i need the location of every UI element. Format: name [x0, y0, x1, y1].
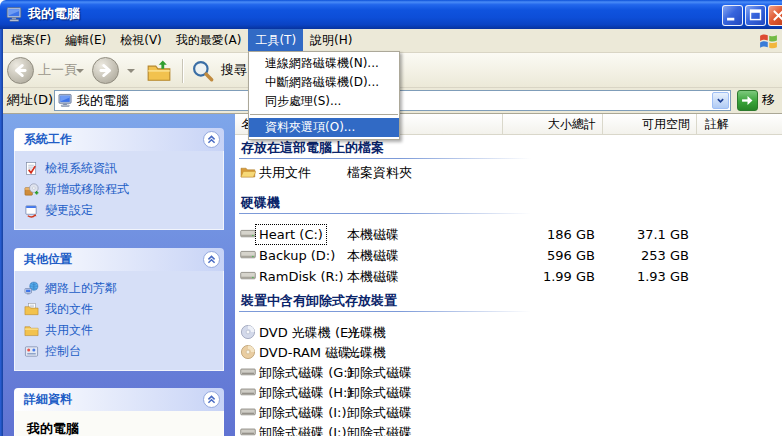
menu-bar: 檔案(F) 編輯(E) 檢視(V) 我的最愛(A) 工具(T) 說明(H) [0, 29, 782, 52]
sidebar-item-label: 網路上的芳鄰 [45, 280, 117, 297]
collapse-button[interactable] [203, 251, 220, 268]
row-type: 卸除式磁碟 [347, 403, 412, 422]
folder-icon [240, 164, 256, 180]
panel-details: 詳細資料 我的電腦 系統資料夾 [14, 388, 224, 436]
column-header-comments[interactable]: 註解 [697, 114, 782, 134]
panel-title: 系統工作 [14, 128, 224, 151]
row-type: 光碟機 [347, 343, 386, 362]
column-header-free-space[interactable]: 可用空間 [603, 114, 697, 134]
panel-header[interactable]: 系統工作 [14, 128, 224, 151]
menu-item-map-network-drive[interactable]: 連線網路磁碟機(N)... [249, 54, 399, 73]
file-list: 名稱 類型 大小總計 可用空間 註解 存放在這部電腦上的檔案 共用文件 檔案資料… [235, 114, 782, 436]
shared-documents-icon [24, 323, 39, 338]
close-button[interactable] [768, 5, 782, 26]
go-button[interactable] [737, 90, 758, 111]
removable-disk-icon [240, 404, 256, 420]
table-row-drive-h[interactable]: 卸除式磁碟 (H:) 卸除式磁碟 [235, 383, 782, 402]
chevron-up-icon [204, 392, 219, 407]
system-info-icon [24, 161, 39, 176]
panel-system-tasks: 系統工作 檢視系統資訊 新增或移除程式 變更設定 [14, 128, 224, 230]
panel-other-places: 其他位置 網路上的芳鄰 我的文件 共用文件 控制台 [14, 248, 224, 371]
collapse-button[interactable] [203, 391, 220, 408]
address-value: 我的電腦 [77, 91, 129, 110]
sidebar-item-view-system-info[interactable]: 檢視系統資訊 [24, 158, 219, 179]
menu-edit[interactable]: 編輯(E) [58, 29, 113, 52]
menu-item-synchronize[interactable]: 同步處理(S)... [249, 92, 399, 111]
menu-favorites[interactable]: 我的最愛(A) [169, 29, 249, 52]
row-name[interactable]: Heart (C:) [256, 225, 326, 244]
title-bar: 我的電腦 [0, 0, 782, 29]
go-arrow-icon [738, 91, 757, 110]
sidebar-item-change-setting[interactable]: 變更設定 [24, 200, 219, 221]
minimize-button[interactable] [722, 5, 743, 26]
collapse-button[interactable] [203, 131, 220, 148]
menu-file[interactable]: 檔案(F) [4, 29, 58, 52]
row-name[interactable]: RamDisk (R:) [259, 267, 344, 286]
row-type: 本機磁碟 [347, 246, 399, 265]
up-folder-button[interactable] [146, 58, 172, 84]
row-name[interactable]: 卸除式磁碟 (I:) [259, 403, 347, 422]
row-name[interactable]: 卸除式磁碟 (H:) [259, 383, 352, 402]
table-row-drive-g[interactable]: 卸除式磁碟 (G:) 卸除式磁碟 [235, 363, 782, 382]
close-icon [769, 6, 782, 25]
row-name[interactable]: 卸除式磁碟 (J:) [259, 423, 347, 436]
row-type: 卸除式磁碟 [347, 363, 412, 382]
back-button[interactable] [7, 57, 34, 84]
menu-item-disconnect-network-drive[interactable]: 中斷網路磁碟機(D)... [249, 73, 399, 92]
row-name[interactable]: DVD 光碟機 (E:) [259, 323, 358, 342]
table-row-dvd-ram[interactable]: DVD-RAM 磁碟... 光碟機 [235, 343, 782, 362]
table-row-drive-i[interactable]: 卸除式磁碟 (I:) 卸除式磁碟 [235, 403, 782, 422]
forward-button[interactable] [92, 57, 119, 84]
chevron-down-icon [713, 93, 728, 108]
row-type: 本機磁碟 [347, 267, 399, 286]
address-dropdown-button[interactable] [712, 92, 729, 109]
row-name[interactable]: 共用文件 [259, 163, 311, 182]
menu-item-folder-options[interactable]: 資料夾選項(O)... [249, 118, 399, 137]
hard-disk-icon [240, 268, 256, 284]
group-title-hard-disk-drives: 硬碟機 [241, 194, 280, 212]
table-row-drive-c[interactable]: Heart (C:) 本機磁碟 186 GB 37.1 GB [235, 225, 782, 244]
sidebar-item-label: 檢視系統資訊 [45, 160, 117, 177]
maximize-button[interactable] [745, 5, 766, 26]
search-label[interactable]: 搜尋 [221, 53, 247, 87]
my-computer-icon[interactable] [6, 6, 23, 23]
panel-title: 詳細資料 [14, 388, 224, 411]
panel-header[interactable]: 詳細資料 [14, 388, 224, 411]
menu-view[interactable]: 檢視(V) [113, 29, 169, 52]
row-total-size: 186 GB [503, 225, 595, 244]
minimize-icon [723, 6, 742, 25]
network-places-icon [24, 281, 39, 296]
back-label[interactable]: 上一頁 [38, 53, 77, 87]
row-name[interactable]: 卸除式磁碟 (G:) [259, 363, 353, 382]
maximize-icon [746, 6, 765, 25]
sidebar-item-control-panel[interactable]: 控制台 [24, 341, 219, 362]
menu-help[interactable]: 說明(H) [303, 29, 359, 52]
sidebar-item-add-remove-programs[interactable]: 新增或移除程式 [24, 179, 219, 200]
row-type: 卸除式磁碟 [347, 383, 412, 402]
forward-dropdown-icon[interactable] [127, 69, 135, 73]
row-name[interactable]: Backup (D:) [259, 246, 335, 265]
removable-disk-icon [240, 384, 256, 400]
table-row-drive-e[interactable]: DVD 光碟機 (E:) 光碟機 [235, 323, 782, 342]
hard-disk-icon [240, 247, 256, 263]
removable-disk-icon [240, 364, 256, 380]
sidebar-item-shared-documents[interactable]: 共用文件 [24, 320, 219, 341]
search-icon[interactable] [190, 58, 216, 84]
column-header-total-size[interactable]: 大小總計 [503, 114, 603, 134]
back-dropdown-icon[interactable] [76, 69, 84, 73]
change-setting-icon [24, 203, 39, 218]
group-title-files-on-computer: 存放在這部電腦上的檔案 [241, 139, 384, 157]
group-underline [239, 158, 531, 159]
table-row-drive-j[interactable]: 卸除式磁碟 (J:) 卸除式磁碟 [235, 423, 782, 436]
menu-tools[interactable]: 工具(T) [248, 29, 303, 52]
sidebar-item-label: 控制台 [45, 343, 81, 360]
table-row-shared-documents[interactable]: 共用文件 檔案資料夾 [235, 163, 782, 182]
my-computer-icon [58, 93, 73, 108]
sidebar-item-network-places[interactable]: 網路上的芳鄰 [24, 278, 219, 299]
table-row-drive-d[interactable]: Backup (D:) 本機磁碟 596 GB 253 GB [235, 246, 782, 265]
my-documents-icon [24, 302, 39, 317]
control-panel-icon [24, 344, 39, 359]
sidebar-item-my-documents[interactable]: 我的文件 [24, 299, 219, 320]
table-row-drive-r[interactable]: RamDisk (R:) 本機磁碟 1.99 GB 1.93 GB [235, 267, 782, 286]
panel-header[interactable]: 其他位置 [14, 248, 224, 271]
